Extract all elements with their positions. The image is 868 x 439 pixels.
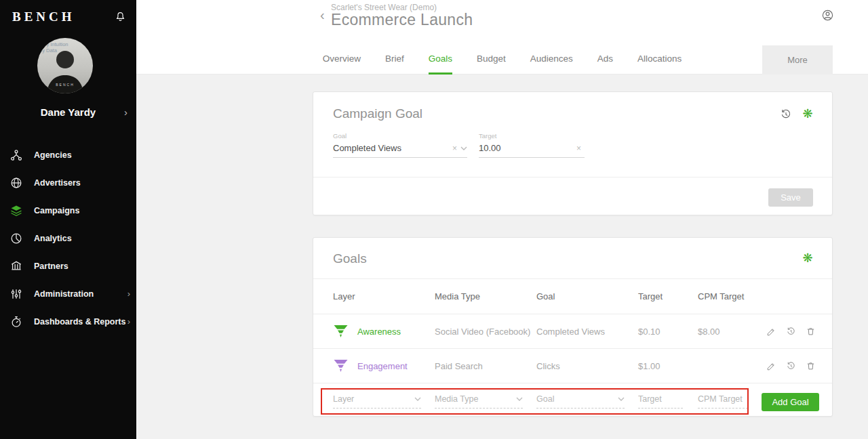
- tab-brief[interactable]: Brief: [385, 45, 404, 75]
- more-button[interactable]: More: [762, 45, 833, 75]
- field-label: Target: [479, 132, 585, 140]
- chevron-down-icon: [460, 146, 467, 150]
- tab-budget[interactable]: Budget: [477, 45, 506, 75]
- table-row: Engagement Paid Search Clicks $1.00: [313, 348, 832, 383]
- tab-ads[interactable]: Ads: [597, 45, 613, 75]
- layer-name: Engagement: [357, 361, 408, 371]
- history-icon[interactable]: [786, 327, 796, 337]
- clear-icon[interactable]: ×: [452, 144, 457, 153]
- edit-icon[interactable]: [766, 361, 776, 371]
- bench-logo: BENCH: [12, 9, 75, 24]
- sidebar: BENCH d by Intuition by Data BENCH Dane …: [0, 0, 136, 439]
- column-header-media-type: Media Type: [435, 279, 480, 314]
- divider: [313, 177, 832, 177]
- cpm-target-cell: $8.00: [698, 314, 720, 348]
- table-header-row: Layer Media Type Goal Target CPM Target: [313, 278, 832, 314]
- history-icon[interactable]: [786, 361, 796, 371]
- card-title: Goals: [333, 251, 367, 266]
- cpm-target-input[interactable]: [698, 394, 748, 409]
- sidebar-item-dashboards-reports[interactable]: Dashboards & Reports ›: [0, 308, 136, 335]
- sidebar-item-campaigns[interactable]: Campaigns: [0, 196, 136, 224]
- delete-icon[interactable]: [806, 361, 816, 371]
- building-icon: [9, 259, 24, 274]
- tab-audiences[interactable]: Audiences: [530, 45, 573, 75]
- sidebar-item-partners[interactable]: Partners: [0, 252, 136, 280]
- stopwatch-icon: [9, 314, 24, 329]
- campaign-goal-card: Campaign Goal ❋ Goal Completed Views × T…: [313, 91, 833, 215]
- field-label: Goal: [333, 132, 467, 140]
- column-header-cpm-target: CPM Target: [698, 279, 744, 314]
- funnel-icon: [333, 325, 349, 338]
- column-header-goal: Goal: [536, 279, 555, 314]
- history-icon[interactable]: [780, 108, 792, 121]
- globe-icon: [9, 175, 24, 190]
- back-button[interactable]: ‹: [320, 7, 325, 23]
- agencies-icon: [9, 148, 24, 163]
- tab-goals[interactable]: Goals: [429, 45, 452, 75]
- table-row: Awareness Social Video (Facebook) Comple…: [313, 314, 832, 348]
- chevron-down-icon: [516, 397, 523, 401]
- media-type-cell: Social Video (Facebook): [435, 314, 530, 348]
- user-name: Dane Yardy: [41, 106, 96, 118]
- page-header: ‹ Scarlet's Street Wear (Demo) Ecommerce…: [136, 0, 868, 45]
- target-cell: $1.00: [638, 349, 660, 383]
- notifications-bell-icon[interactable]: [115, 11, 126, 23]
- tab-bar: Overview Brief Goals Budget Audiences Ad…: [136, 45, 868, 75]
- clear-icon[interactable]: ×: [576, 144, 581, 153]
- account-icon[interactable]: [821, 9, 834, 22]
- sidebar-item-administration[interactable]: Administration ›: [0, 280, 136, 308]
- delete-icon[interactable]: [806, 327, 816, 337]
- chevron-right-icon: ›: [127, 316, 130, 327]
- media-type-cell: Paid Search: [435, 349, 483, 383]
- target-cell: $0.10: [638, 314, 660, 348]
- layer-select[interactable]: Layer: [333, 394, 421, 409]
- goal-select-value: Completed Views: [333, 143, 450, 153]
- chevron-down-icon: [414, 397, 421, 401]
- goal-cell: Clicks: [536, 349, 560, 383]
- column-header-target: Target: [638, 279, 663, 314]
- tab-allocations[interactable]: Allocations: [637, 45, 682, 75]
- column-header-layer: Layer: [333, 279, 355, 314]
- sidebar-item-advertisers[interactable]: Advertisers: [0, 169, 136, 196]
- layers-icon: [9, 203, 24, 218]
- sidebar-item-agencies[interactable]: Agencies: [0, 141, 136, 169]
- page-title: Ecommerce Launch: [331, 11, 473, 29]
- media-type-select[interactable]: Media Type: [435, 394, 523, 409]
- goal-cell: Completed Views: [536, 314, 605, 348]
- goals-card: Goals ❋ Layer Media Type Goal Target CPM…: [313, 237, 833, 417]
- new-goal-row: Layer Media Type Goal Add Goal: [313, 383, 832, 417]
- chevron-right-icon: ›: [124, 106, 127, 118]
- sidebar-menu: Agencies Advertisers Campaigns Analytics…: [0, 141, 136, 335]
- target-input-value: 10.00: [479, 143, 574, 153]
- sidebar-item-analytics[interactable]: Analytics: [0, 224, 136, 252]
- layer-name: Awareness: [357, 327, 401, 337]
- pie-chart-icon: [9, 231, 24, 246]
- avatar[interactable]: d by Intuition by Data BENCH: [37, 38, 93, 93]
- save-button[interactable]: Save: [768, 188, 813, 207]
- add-goal-button[interactable]: Add Goal: [762, 393, 819, 411]
- goal-select-field[interactable]: Goal Completed Views ×: [333, 132, 467, 158]
- target-input-field[interactable]: Target 10.00 ×: [479, 132, 585, 158]
- target-input[interactable]: [638, 394, 683, 409]
- avatar-shirt-text: BENCH: [37, 83, 93, 87]
- tab-overview[interactable]: Overview: [323, 45, 361, 75]
- sliders-icon: [9, 287, 24, 301]
- settings-icon[interactable]: ❋: [801, 251, 814, 266]
- funnel-icon: [333, 359, 349, 373]
- chevron-down-icon: [618, 397, 625, 401]
- user-menu[interactable]: Dane Yardy ›: [0, 106, 136, 119]
- chevron-right-icon: ›: [127, 289, 130, 299]
- edit-icon[interactable]: [766, 327, 776, 337]
- card-title: Campaign Goal: [333, 106, 422, 121]
- goal-select[interactable]: Goal: [536, 394, 625, 409]
- settings-icon[interactable]: ❋: [801, 106, 814, 121]
